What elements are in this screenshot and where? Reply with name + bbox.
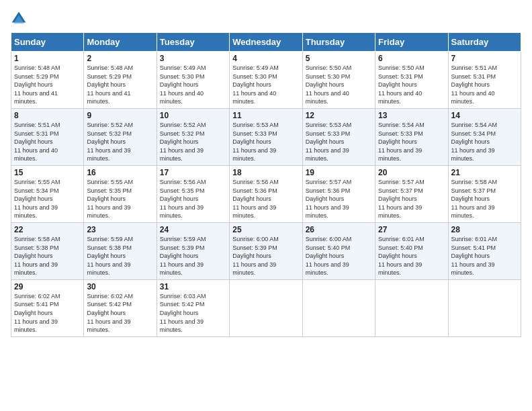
calendar-cell: 1 Sunrise: 5:48 AM Sunset: 5:29 PM Dayli… [11, 52, 84, 109]
calendar-cell: 31 Sunrise: 6:03 AM Sunset: 5:42 PM Dayl… [157, 279, 229, 336]
day-number: 20 [378, 168, 445, 177]
header [11, 11, 521, 27]
calendar-cell: 12 Sunrise: 5:53 AM Sunset: 5:33 PM Dayl… [302, 108, 375, 165]
calendar-cell: 23 Sunrise: 5:59 AM Sunset: 5:38 PM Dayl… [84, 222, 157, 279]
calendar-cell: 2 Sunrise: 5:48 AM Sunset: 5:29 PM Dayli… [84, 52, 157, 109]
calendar-cell: 3 Sunrise: 5:49 AM Sunset: 5:30 PM Dayli… [157, 52, 229, 109]
day-number: 10 [160, 111, 226, 120]
day-number: 12 [306, 111, 372, 120]
day-info: Sunrise: 6:03 AM Sunset: 5:42 PM Dayligh… [160, 292, 226, 334]
calendar-week-row: 22 Sunrise: 5:58 AM Sunset: 5:38 PM Dayl… [11, 222, 521, 279]
calendar-cell [448, 279, 521, 336]
day-info: Sunrise: 5:58 AM Sunset: 5:37 PM Dayligh… [451, 178, 518, 220]
weekday-header: Sunday [11, 33, 84, 52]
day-info: Sunrise: 6:01 AM Sunset: 5:41 PM Dayligh… [451, 235, 518, 277]
day-number: 26 [306, 225, 372, 234]
calendar-body: 1 Sunrise: 5:48 AM Sunset: 5:29 PM Dayli… [11, 52, 521, 337]
calendar-cell: 13 Sunrise: 5:54 AM Sunset: 5:33 PM Dayl… [375, 108, 448, 165]
day-info: Sunrise: 5:55 AM Sunset: 5:35 PM Dayligh… [87, 178, 153, 220]
day-info: Sunrise: 5:56 AM Sunset: 5:35 PM Dayligh… [160, 178, 226, 220]
day-info: Sunrise: 6:00 AM Sunset: 5:40 PM Dayligh… [306, 235, 372, 277]
weekday-header: Thursday [302, 33, 375, 52]
day-number: 9 [87, 111, 153, 120]
calendar-cell: 29 Sunrise: 6:02 AM Sunset: 5:41 PM Dayl… [11, 279, 84, 336]
calendar-cell: 28 Sunrise: 6:01 AM Sunset: 5:41 PM Dayl… [448, 222, 521, 279]
day-info: Sunrise: 5:56 AM Sunset: 5:36 PM Dayligh… [232, 178, 299, 220]
calendar-cell: 9 Sunrise: 5:52 AM Sunset: 5:32 PM Dayli… [84, 108, 157, 165]
day-number: 14 [451, 111, 518, 120]
day-number: 4 [232, 54, 299, 63]
weekday-header: Monday [84, 33, 157, 52]
day-number: 22 [14, 225, 81, 234]
day-number: 19 [306, 168, 372, 177]
day-info: Sunrise: 6:02 AM Sunset: 5:42 PM Dayligh… [87, 292, 153, 334]
calendar-cell: 17 Sunrise: 5:56 AM Sunset: 5:35 PM Dayl… [157, 165, 229, 222]
day-info: Sunrise: 6:00 AM Sunset: 5:39 PM Dayligh… [232, 235, 299, 277]
calendar-cell: 14 Sunrise: 5:54 AM Sunset: 5:34 PM Dayl… [448, 108, 521, 165]
day-info: Sunrise: 5:58 AM Sunset: 5:38 PM Dayligh… [14, 235, 81, 277]
calendar-cell: 10 Sunrise: 5:52 AM Sunset: 5:32 PM Dayl… [157, 108, 229, 165]
calendar-week-row: 15 Sunrise: 5:55 AM Sunset: 5:34 PM Dayl… [11, 165, 521, 222]
calendar-cell: 18 Sunrise: 5:56 AM Sunset: 5:36 PM Dayl… [230, 165, 302, 222]
calendar-week-row: 1 Sunrise: 5:48 AM Sunset: 5:29 PM Dayli… [11, 52, 521, 109]
day-number: 31 [160, 282, 226, 291]
day-info: Sunrise: 5:48 AM Sunset: 5:29 PM Dayligh… [14, 64, 81, 106]
day-number: 8 [14, 111, 81, 120]
calendar-week-row: 29 Sunrise: 6:02 AM Sunset: 5:41 PM Dayl… [11, 279, 521, 336]
calendar-cell: 25 Sunrise: 6:00 AM Sunset: 5:39 PM Dayl… [230, 222, 302, 279]
day-number: 17 [160, 168, 226, 177]
day-info: Sunrise: 6:02 AM Sunset: 5:41 PM Dayligh… [14, 292, 81, 334]
calendar-cell [302, 279, 375, 336]
day-info: Sunrise: 5:59 AM Sunset: 5:39 PM Dayligh… [160, 235, 226, 277]
day-number: 16 [87, 168, 153, 177]
weekday-header: Wednesday [230, 33, 302, 52]
calendar-cell [230, 279, 302, 336]
calendar-cell: 22 Sunrise: 5:58 AM Sunset: 5:38 PM Dayl… [11, 222, 84, 279]
day-info: Sunrise: 5:55 AM Sunset: 5:34 PM Dayligh… [14, 178, 81, 220]
day-info: Sunrise: 5:57 AM Sunset: 5:36 PM Dayligh… [306, 178, 372, 220]
day-number: 23 [87, 225, 153, 234]
calendar-cell: 26 Sunrise: 6:00 AM Sunset: 5:40 PM Dayl… [302, 222, 375, 279]
day-info: Sunrise: 5:48 AM Sunset: 5:29 PM Dayligh… [87, 64, 153, 106]
day-info: Sunrise: 5:50 AM Sunset: 5:31 PM Dayligh… [378, 64, 445, 106]
weekday-header: Saturday [448, 33, 521, 52]
day-info: Sunrise: 5:52 AM Sunset: 5:32 PM Dayligh… [87, 121, 153, 163]
day-number: 7 [451, 54, 518, 63]
calendar-week-row: 8 Sunrise: 5:51 AM Sunset: 5:31 PM Dayli… [11, 108, 521, 165]
calendar-cell: 19 Sunrise: 5:57 AM Sunset: 5:36 PM Dayl… [302, 165, 375, 222]
day-number: 5 [306, 54, 372, 63]
day-number: 11 [232, 111, 299, 120]
calendar-cell: 7 Sunrise: 5:51 AM Sunset: 5:31 PM Dayli… [448, 52, 521, 109]
calendar-cell: 4 Sunrise: 5:49 AM Sunset: 5:30 PM Dayli… [230, 52, 302, 109]
calendar-cell: 8 Sunrise: 5:51 AM Sunset: 5:31 PM Dayli… [11, 108, 84, 165]
weekday-header: Friday [375, 33, 448, 52]
day-info: Sunrise: 5:57 AM Sunset: 5:37 PM Dayligh… [378, 178, 445, 220]
day-info: Sunrise: 5:52 AM Sunset: 5:32 PM Dayligh… [160, 121, 226, 163]
day-number: 28 [451, 225, 518, 234]
day-info: Sunrise: 5:53 AM Sunset: 5:33 PM Dayligh… [232, 121, 299, 163]
day-info: Sunrise: 5:59 AM Sunset: 5:38 PM Dayligh… [87, 235, 153, 277]
calendar-cell: 30 Sunrise: 6:02 AM Sunset: 5:42 PM Dayl… [84, 279, 157, 336]
calendar-cell [375, 279, 448, 336]
day-info: Sunrise: 5:54 AM Sunset: 5:33 PM Dayligh… [378, 121, 445, 163]
calendar-cell: 16 Sunrise: 5:55 AM Sunset: 5:35 PM Dayl… [84, 165, 157, 222]
day-info: Sunrise: 5:49 AM Sunset: 5:30 PM Dayligh… [160, 64, 226, 106]
day-info: Sunrise: 6:01 AM Sunset: 5:40 PM Dayligh… [378, 235, 445, 277]
calendar-table: SundayMondayTuesdayWednesdayThursdayFrid… [11, 32, 521, 337]
day-number: 27 [378, 225, 445, 234]
day-number: 18 [232, 168, 299, 177]
day-number: 6 [378, 54, 445, 63]
day-number: 13 [378, 111, 445, 120]
logo-icon [11, 11, 27, 27]
calendar-cell: 15 Sunrise: 5:55 AM Sunset: 5:34 PM Dayl… [11, 165, 84, 222]
day-number: 1 [14, 54, 81, 63]
day-number: 24 [160, 225, 226, 234]
logo [11, 11, 30, 27]
calendar-cell: 24 Sunrise: 5:59 AM Sunset: 5:39 PM Dayl… [157, 222, 229, 279]
calendar-header-row: SundayMondayTuesdayWednesdayThursdayFrid… [11, 33, 521, 52]
day-number: 30 [87, 282, 153, 291]
calendar-cell: 6 Sunrise: 5:50 AM Sunset: 5:31 PM Dayli… [375, 52, 448, 109]
calendar-cell: 21 Sunrise: 5:58 AM Sunset: 5:37 PM Dayl… [448, 165, 521, 222]
calendar-cell: 5 Sunrise: 5:50 AM Sunset: 5:30 PM Dayli… [302, 52, 375, 109]
calendar-cell: 11 Sunrise: 5:53 AM Sunset: 5:33 PM Dayl… [230, 108, 302, 165]
